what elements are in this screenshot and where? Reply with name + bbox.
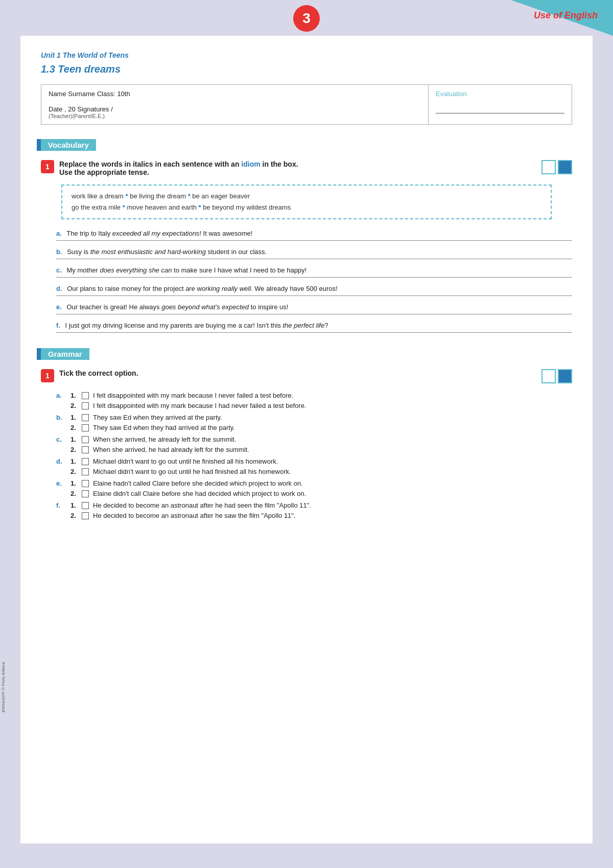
info-right: Evaluation	[429, 85, 572, 124]
checkbox-e1[interactable]	[82, 480, 89, 487]
sidebar-copyright: ENGA10TF © Porto Editora	[1, 662, 6, 712]
tick-letter-f: f.	[56, 501, 70, 509]
vocab-qa-d: d. Our plans to raise money for the proj…	[41, 285, 572, 296]
score-sq-1	[541, 160, 556, 174]
answer-line-e	[56, 314, 572, 314]
tick-num-c1: 1.	[70, 436, 82, 443]
tick-text-f2: He decided to become an astronaut after …	[93, 512, 296, 519]
tick-row-e1: e. 1. Elaine hadn't called Claire before…	[56, 479, 572, 487]
tick-num-e1: 1.	[70, 479, 82, 487]
vocab-ex1-instruction: Replace the words in italics in each sen…	[59, 160, 531, 176]
vocab-ex1-badge: 1	[41, 160, 54, 173]
idiom-line2: go the extra mile * move heaven and eart…	[72, 202, 541, 213]
tick-row-d2: 2. Michael didn't want to go out until h…	[56, 468, 572, 475]
grammar-ex1-badge: 1	[41, 369, 54, 382]
vocab-qa-e: e. Our teacher is great! He always goes …	[41, 303, 572, 314]
tick-text-e1: Elaine hadn't called Claire before she d…	[93, 479, 303, 487]
tick-letter-e: e.	[56, 479, 70, 487]
vocab-qa-f: f. I just got my driving license and my …	[41, 322, 572, 333]
top-bar: 3 Use of English	[0, 0, 613, 36]
answer-line-a	[56, 240, 572, 241]
tick-num-f2: 2.	[70, 512, 82, 519]
checkbox-d2[interactable]	[82, 468, 89, 475]
checkbox-b1[interactable]	[82, 414, 89, 421]
unit-number-badge: 3	[293, 5, 320, 32]
vocab-qa-b: b. Susy is the most enthusiastic and har…	[41, 248, 572, 259]
tick-text-d1: Michael didn't want to go out until he f…	[93, 458, 278, 465]
info-left: Name Surname Class: 10th Date , 20 Signa…	[41, 85, 429, 124]
tick-num-d2: 2.	[70, 468, 82, 475]
tick-letter-b: b.	[56, 414, 70, 421]
evaluation-label: Evaluation	[436, 90, 564, 98]
answer-line-f	[56, 332, 572, 333]
tick-num-a1: 1.	[70, 392, 82, 399]
checkbox-b2[interactable]	[82, 424, 89, 431]
grammar-header: Grammar	[41, 348, 89, 360]
vocab-qa-a: a. The trip to Italy exceeded all my exp…	[41, 230, 572, 241]
tick-text-e2: Elaine didn't call Claire before she had…	[93, 490, 306, 497]
tick-letter-d: d.	[56, 458, 70, 465]
tick-row-e2: 2. Elaine didn't call Claire before she …	[56, 490, 572, 497]
tick-row-c2: 2. When she arrived, he had already left…	[56, 446, 572, 453]
tick-row-b1: b. 1. They saw Ed when they arrived at t…	[56, 414, 572, 421]
tick-row-a2: 2. I felt disappointed with my mark beca…	[56, 402, 572, 409]
tick-letter-c: c.	[56, 436, 70, 443]
checkbox-a1[interactable]	[82, 392, 89, 399]
checkbox-c1[interactable]	[82, 436, 89, 443]
checkbox-f1[interactable]	[82, 502, 89, 509]
checkbox-a2[interactable]	[82, 402, 89, 409]
grammar-score-sq-2	[558, 369, 572, 383]
tick-num-c2: 2.	[70, 446, 82, 453]
tick-group-f: f. 1. He decided to become an astronaut …	[56, 501, 572, 519]
grammar-score-sq-1	[541, 369, 556, 383]
vocab-ex1-header: 1 Replace the words in italics in each s…	[41, 160, 572, 176]
grammar-ex1-header: 1 Tick the correct option.	[41, 369, 572, 383]
info-box: Name Surname Class: 10th Date , 20 Signa…	[41, 84, 572, 125]
tick-text-c1: When she arrived, he already left for th…	[93, 436, 236, 443]
tick-num-b2: 2.	[70, 424, 82, 431]
tick-group-b: b. 1. They saw Ed when they arrived at t…	[56, 414, 572, 431]
eval-line	[436, 113, 564, 113]
tick-group-c: c. 1. When she arrived, he already left …	[56, 436, 572, 453]
answer-line-b	[56, 259, 572, 259]
tick-row-d1: d. 1. Michael didn't want to go out unti…	[56, 458, 572, 465]
unit-title: Unit 1 The World of Teens	[41, 51, 572, 59]
grammar-section: Grammar 1 Tick the correct option. a. 1.	[41, 348, 572, 519]
tick-num-b1: 1.	[70, 414, 82, 421]
tick-row-f2: 2. He decided to become an astronaut aft…	[56, 512, 572, 519]
subject-title: Use of English	[534, 10, 598, 21]
checkbox-d1[interactable]	[82, 458, 89, 465]
tick-text-f1: He decided to become an astronaut after …	[93, 501, 311, 509]
tick-num-a2: 2.	[70, 402, 82, 409]
tick-text-b1: They saw Ed when they arrived at the par…	[93, 414, 222, 421]
answer-line-d	[56, 295, 572, 296]
score-sq-2	[558, 160, 572, 174]
checkbox-f2[interactable]	[82, 512, 89, 519]
date-label: Date , 20 Signatures /	[49, 105, 421, 113]
tick-row-a1: a. 1. I felt disappointed with my mark b…	[56, 392, 572, 399]
tick-row-b2: 2. They saw Ed when they had arrived at …	[56, 424, 572, 431]
vocab-score-box	[541, 160, 572, 174]
vocabulary-header: Vocabulary	[41, 139, 96, 151]
tick-group-e: e. 1. Elaine hadn't called Claire before…	[56, 479, 572, 497]
tick-text-a1: I felt disappointed with my mark because…	[93, 392, 293, 399]
checkbox-e2[interactable]	[82, 490, 89, 497]
checkbox-c2[interactable]	[82, 446, 89, 453]
vocab-questions: a. The trip to Italy exceeded all my exp…	[41, 230, 572, 333]
answer-line-c	[56, 277, 572, 278]
tick-group-a: a. 1. I felt disappointed with my mark b…	[56, 392, 572, 409]
tick-num-f1: 1.	[70, 501, 82, 509]
vocab-qa-c: c. My mother does everything she can to …	[41, 266, 572, 278]
idiom-box: work like a dream * be living the dream …	[61, 185, 552, 219]
tick-num-e2: 2.	[70, 490, 82, 497]
tick-text-d2: Michael didn't want to go out until he h…	[93, 468, 291, 475]
tick-text-c2: When she arrived, he had already left fo…	[93, 446, 249, 453]
tick-text-b2: They saw Ed when they had arrived at the…	[93, 424, 235, 431]
grammar-tick-groups: a. 1. I felt disappointed with my mark b…	[41, 392, 572, 519]
page: 3 Use of English Unit 1 The World of Tee…	[0, 0, 613, 868]
main-content: Unit 1 The World of Teens 1.3 Teen dream…	[20, 36, 593, 843]
idiom-line1: work like a dream * be living the dream …	[72, 191, 541, 202]
tick-text-a2: I felt disappointed with my mark because…	[93, 402, 306, 409]
name-label: Name Surname Class: 10th	[49, 90, 421, 98]
grammar-score-box	[541, 369, 572, 383]
